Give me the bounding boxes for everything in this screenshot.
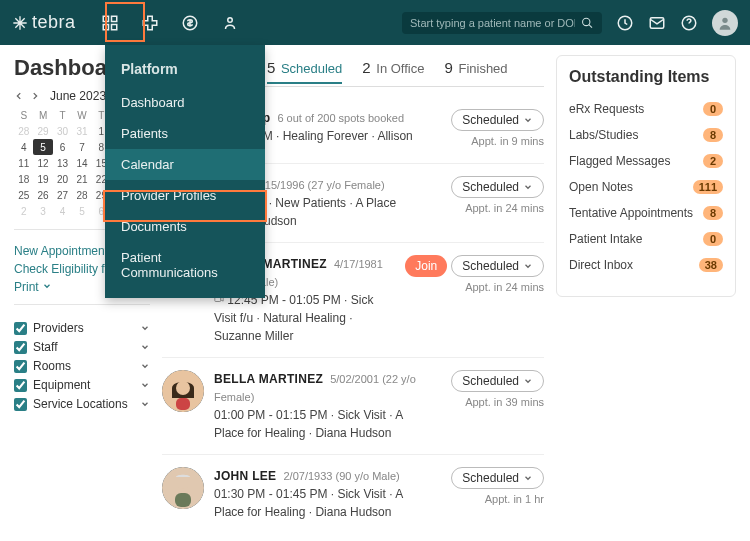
chevron-down-icon[interactable] bbox=[140, 361, 150, 371]
filter-checkbox[interactable] bbox=[14, 379, 27, 392]
appointment-details: JOHN LEE 2/07/1933 (90 y/o Male)01:30 PM… bbox=[214, 467, 424, 521]
svg-point-6 bbox=[583, 18, 590, 25]
calendar-day[interactable]: 25 bbox=[14, 187, 33, 203]
dropdown-item-patients[interactable]: Patients bbox=[105, 118, 265, 149]
calendar-day[interactable]: 2 bbox=[14, 203, 33, 219]
chevron-right-icon[interactable] bbox=[30, 91, 40, 101]
calendar-day[interactable]: 30 bbox=[53, 123, 72, 139]
calendar-day[interactable]: 3 bbox=[33, 203, 52, 219]
svg-rect-24 bbox=[175, 493, 191, 507]
nav-patient-button[interactable] bbox=[210, 0, 250, 45]
person-icon bbox=[717, 15, 733, 31]
month-label: June 2023 bbox=[50, 89, 106, 103]
appointment-actions: JoinScheduled Appt. in 24 mins bbox=[405, 255, 544, 345]
filter-staff[interactable]: Staff bbox=[14, 340, 150, 354]
calendar-day[interactable]: 26 bbox=[33, 187, 52, 203]
calendar-day[interactable]: 12 bbox=[33, 155, 52, 171]
dropdown-item-calendar[interactable]: Calendar bbox=[105, 149, 265, 180]
user-avatar-menu[interactable] bbox=[712, 10, 738, 36]
calendar-day[interactable]: 5 bbox=[33, 139, 52, 155]
callout-highlight-calendar bbox=[103, 190, 267, 222]
person-shield-icon bbox=[221, 14, 239, 32]
search-input[interactable] bbox=[410, 17, 575, 29]
status-select[interactable]: Scheduled bbox=[451, 467, 544, 489]
count-badge: 8 bbox=[703, 206, 723, 220]
brand-logo: tebra bbox=[12, 12, 76, 33]
mail-icon[interactable] bbox=[648, 14, 666, 32]
outstanding-item[interactable]: Open Notes111 bbox=[569, 174, 723, 200]
filter-checkbox[interactable] bbox=[14, 398, 27, 411]
calendar-day[interactable]: 31 bbox=[72, 123, 91, 139]
brand-text: tebra bbox=[32, 12, 76, 33]
dropdown-item-dashboard[interactable]: Dashboard bbox=[105, 87, 265, 118]
calendar-day[interactable]: 4 bbox=[53, 203, 72, 219]
status-select[interactable]: Scheduled bbox=[451, 176, 544, 198]
outstanding-item[interactable]: Labs/Studies8 bbox=[569, 122, 723, 148]
chevron-left-icon[interactable] bbox=[14, 91, 24, 101]
filter-service_locations[interactable]: Service Locations bbox=[14, 397, 150, 411]
history-icon[interactable] bbox=[616, 14, 634, 32]
chevron-down-icon[interactable] bbox=[140, 342, 150, 352]
outstanding-item[interactable]: Flagged Messages2 bbox=[569, 148, 723, 174]
calendar-day[interactable]: 14 bbox=[72, 155, 91, 171]
calendar-day[interactable]: 13 bbox=[53, 155, 72, 171]
tab-finished[interactable]: 9 Finished bbox=[444, 59, 507, 84]
filter-checkbox[interactable] bbox=[14, 322, 27, 335]
chevron-down-icon bbox=[523, 182, 533, 192]
chevron-down-icon[interactable] bbox=[140, 380, 150, 390]
calendar-day[interactable]: 18 bbox=[14, 171, 33, 187]
filter-checkbox[interactable] bbox=[14, 341, 27, 354]
outstanding-item[interactable]: Patient Intake0 bbox=[569, 226, 723, 252]
outstanding-item[interactable]: eRx Requests0 bbox=[569, 96, 723, 122]
calendar-day[interactable]: 28 bbox=[72, 187, 91, 203]
calendar-day[interactable]: 29 bbox=[33, 123, 52, 139]
calendar-day[interactable]: 28 bbox=[14, 123, 33, 139]
calendar-day[interactable]: 6 bbox=[53, 139, 72, 155]
chevron-down-icon[interactable] bbox=[140, 323, 150, 333]
chevron-down-icon[interactable] bbox=[140, 399, 150, 409]
calendar-day[interactable]: 19 bbox=[33, 171, 52, 187]
outstanding-item[interactable]: Direct Inbox38 bbox=[569, 252, 723, 278]
appointment-countdown: Appt. in 39 mins bbox=[434, 396, 544, 408]
status-select[interactable]: Scheduled bbox=[451, 109, 544, 131]
tebra-logo-icon bbox=[12, 15, 28, 31]
dollar-circle-icon bbox=[181, 14, 199, 32]
dropdown-item-patient-communications[interactable]: Patient Communications bbox=[105, 242, 265, 288]
svg-rect-21 bbox=[176, 398, 190, 410]
patient-search[interactable] bbox=[402, 12, 602, 34]
calendar-day[interactable]: 7 bbox=[72, 139, 91, 155]
filter-providers[interactable]: Providers bbox=[14, 321, 150, 335]
appointment-row[interactable]: BELLA MARTINEZ 5/02/2001 (22 y/o Female)… bbox=[162, 357, 544, 454]
appointment-row[interactable]: JOHN LEE 2/07/1933 (90 y/o Male)01:30 PM… bbox=[162, 454, 544, 533]
status-select[interactable]: Scheduled bbox=[451, 370, 544, 392]
nav-billing-button[interactable] bbox=[170, 0, 210, 45]
appointment-avatar bbox=[162, 467, 204, 509]
dropdown-title: Platform bbox=[105, 61, 265, 87]
filter-rooms[interactable]: Rooms bbox=[14, 359, 150, 373]
calendar-day[interactable]: 21 bbox=[72, 171, 91, 187]
filter-equipment[interactable]: Equipment bbox=[14, 378, 150, 392]
status-select[interactable]: Scheduled bbox=[451, 255, 544, 277]
outstanding-panel: Outstanding Items eRx Requests0Labs/Stud… bbox=[556, 55, 736, 297]
filter-checkbox[interactable] bbox=[14, 360, 27, 373]
join-button[interactable]: Join bbox=[405, 255, 447, 277]
chevron-down-icon bbox=[523, 473, 533, 483]
help-icon[interactable] bbox=[680, 14, 698, 32]
calendar-day[interactable]: 27 bbox=[53, 187, 72, 203]
outstanding-item[interactable]: Tentative Appointments8 bbox=[569, 200, 723, 226]
svg-point-5 bbox=[227, 17, 232, 22]
svg-point-20 bbox=[176, 381, 190, 395]
appointment-countdown: Appt. in 24 mins bbox=[405, 281, 544, 293]
calendar-day[interactable]: 4 bbox=[14, 139, 33, 155]
appointment-actions: Scheduled Appt. in 39 mins bbox=[434, 370, 544, 442]
calendar-day[interactable]: 5 bbox=[72, 203, 91, 219]
calendar-day[interactable]: 20 bbox=[53, 171, 72, 187]
calendar-day[interactable]: 11 bbox=[14, 155, 33, 171]
tab-in-office[interactable]: 2 In Office bbox=[362, 59, 424, 84]
tab-scheduled[interactable]: 5 Scheduled bbox=[267, 59, 342, 84]
count-badge: 2 bbox=[703, 154, 723, 168]
chevron-down-icon bbox=[523, 376, 533, 386]
chevron-down-icon bbox=[523, 261, 533, 271]
count-badge: 38 bbox=[699, 258, 723, 272]
appointment-avatar bbox=[162, 370, 204, 412]
